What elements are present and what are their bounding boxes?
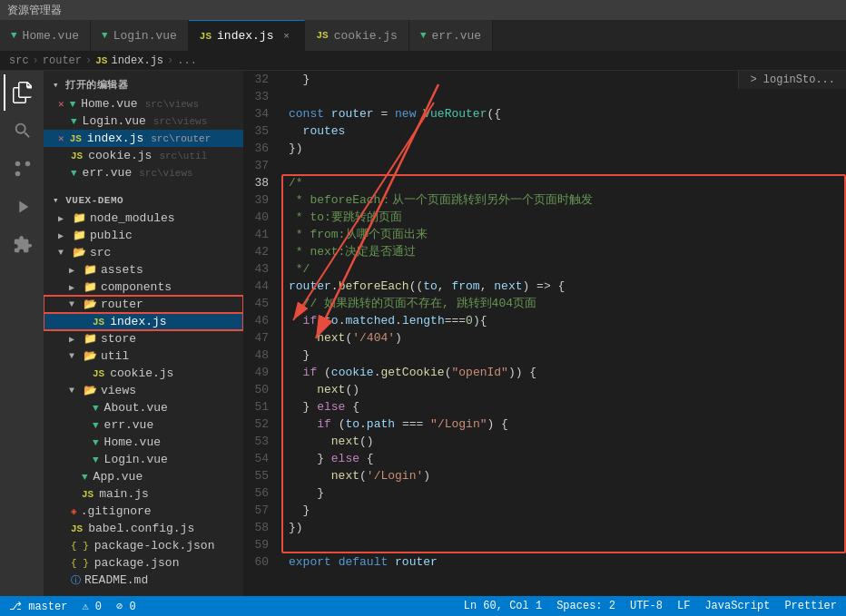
title-bar: 资源管理器 [0, 0, 846, 20]
sidebar-file-err-vue[interactable]: ▼ err.vue [44, 416, 243, 434]
breadcrumb-file[interactable]: index.js [111, 54, 163, 67]
tab-err-vue[interactable]: ▼ err.vue [409, 20, 493, 51]
debug-icon[interactable] [4, 189, 40, 225]
sidebar-file-gitignore[interactable]: ◈ .gitignore [44, 503, 243, 520]
extensions-icon[interactable] [4, 227, 40, 263]
git-branch[interactable]: ⎇ master [9, 600, 67, 613]
line-num: 47 [251, 329, 269, 347]
code-line-35: routes [289, 122, 837, 140]
sidebar-folder-src[interactable]: ▼ 📂 src [44, 244, 243, 261]
js-file-icon: JS [93, 317, 104, 328]
breadcrumb-more: ... [177, 54, 197, 67]
tab-bar: ▼ Home.vue ▼ Login.vue JS index.js × JS … [0, 20, 846, 52]
line-num: 41 [251, 226, 269, 243]
tab-close-button[interactable]: × [279, 29, 293, 44]
encoding[interactable]: UTF-8 [630, 600, 663, 612]
line-num: 56 [251, 484, 269, 502]
error-count[interactable]: ⚠ 0 [82, 600, 102, 613]
code-line-58: }) [289, 519, 837, 536]
sidebar-file-app-vue[interactable]: ▼ App.vue [44, 468, 243, 485]
line-ending[interactable]: LF [677, 600, 690, 612]
breadcrumb: src › router › JS index.js › ... [0, 52, 846, 71]
sidebar-folder-assets[interactable]: ▶ 📁 assets [44, 261, 243, 279]
sidebar-file-about-vue[interactable]: ▼ About.vue [44, 399, 243, 416]
sidebar-file-home-vue[interactable]: ▼ Home.vue [44, 434, 243, 451]
chevron-icon: ▶ [69, 265, 80, 276]
sidebar-folder-public[interactable]: ▶ 📁 public [44, 227, 243, 244]
folder-icon: 📁 [73, 229, 86, 242]
vue-icon: ▼ [420, 30, 427, 41]
close-icon[interactable]: ✕ [58, 98, 64, 110]
vue-file-icon: ▼ [70, 99, 76, 110]
sidebar-file-readme[interactable]: ⓘ README.md [44, 572, 243, 589]
sidebar-folder-components[interactable]: ▶ 📁 components [44, 279, 243, 296]
spaces[interactable]: Spaces: 2 [556, 600, 615, 612]
code-line-60: export default router [289, 553, 837, 571]
code-line-49: if (cookie.getCookie("openId")) { [289, 364, 837, 381]
editor-scroll[interactable]: > loginSto... [243, 71, 846, 596]
sidebar-folder-store[interactable]: ▶ 📁 store [44, 330, 243, 347]
js-icon: JS [200, 31, 212, 42]
sidebar-file-login-vue[interactable]: ▼ Login.vue [44, 451, 243, 468]
line-num: 58 [251, 519, 269, 536]
code-line-42: * next:决定是否通过 [289, 243, 837, 260]
tab-label: cookie.js [334, 29, 398, 43]
js-file-icon: JS [93, 368, 104, 379]
vue-file-icon: ▼ [82, 472, 88, 483]
title-bar-label: 资源管理器 [7, 3, 62, 18]
code-lines: } const router = new VueRouter({ routes … [280, 71, 846, 571]
sidebar-folder-util[interactable]: ▼ 📂 util [44, 347, 243, 365]
code-line-50: next() [289, 381, 837, 398]
code-line-55: next('/Login') [289, 467, 837, 484]
sidebar-item-err-vue[interactable]: ▼ err.vue src\views [44, 164, 243, 181]
formatter[interactable]: Prettier [784, 600, 837, 612]
cursor-position[interactable]: Ln 60, Col 1 [464, 600, 542, 612]
code-line-43: */ [289, 260, 837, 278]
explorer-icon[interactable] [4, 74, 40, 111]
tab-label: index.js [217, 29, 273, 43]
tab-login-vue[interactable]: ▼ Login.vue [91, 20, 189, 51]
sidebar-folder-views[interactable]: ▼ 📂 views [44, 382, 243, 399]
search-icon[interactable] [4, 112, 40, 149]
vue-icon: ▼ [102, 30, 108, 41]
sidebar-folder-router[interactable]: ▼ 📂 router [44, 296, 243, 313]
code-line-57: } [289, 502, 837, 519]
chevron-open-icon: ▼ [69, 386, 80, 396]
sidebar-item-index-js[interactable]: ✕ JS index.js src\router [44, 130, 243, 147]
line-num: 40 [251, 209, 269, 226]
tab-cookie-js[interactable]: JS cookie.js [305, 20, 408, 51]
sidebar-file-cookie-js[interactable]: JS cookie.js [44, 365, 243, 382]
sidebar-file-main-js[interactable]: JS main.js [44, 485, 243, 503]
line-num: 59 [251, 536, 269, 553]
sidebar-file-package-lock[interactable]: { } package-lock.json [44, 537, 243, 554]
sidebar-file-index-js[interactable]: JS index.js [44, 313, 243, 330]
right-panel-hint[interactable]: > loginSto... [738, 71, 846, 89]
warning-count[interactable]: ⊘ 0 [116, 600, 136, 613]
status-bar-right: Ln 60, Col 1 Spaces: 2 UTF-8 LF JavaScri… [464, 600, 837, 612]
sidebar-file-package-json[interactable]: { } package.json [44, 554, 243, 572]
sidebar-item-home-vue[interactable]: ✕ ▼ Home.vue src\views [44, 95, 243, 112]
sidebar-folder-node-modules[interactable]: ▶ 📁 node_modules [44, 210, 243, 227]
line-num: 42 [251, 243, 269, 260]
code-container: 32 33 34 35 36 37 38 39 40 41 42 43 [243, 71, 846, 571]
js-icon: JS [316, 30, 328, 41]
language-mode[interactable]: JavaScript [704, 600, 770, 612]
line-num: 55 [251, 467, 269, 484]
tab-home-vue[interactable]: ▼ Home.vue [0, 20, 91, 51]
breadcrumb-router[interactable]: router [43, 54, 82, 67]
chevron-icon: ▶ [69, 282, 80, 293]
code-line-52: if (to.path === "/Login") { [289, 416, 837, 433]
vue-file-icon: ▼ [71, 168, 77, 179]
sidebar-item-cookie-js[interactable]: JS cookie.js src\util [44, 147, 243, 164]
sidebar-file-babel-config[interactable]: JS babel.config.js [44, 520, 243, 537]
code-line-51: } else { [289, 398, 837, 416]
tab-index-js[interactable]: JS index.js × [189, 20, 306, 51]
close-icon[interactable]: ✕ [58, 132, 64, 144]
git-icon[interactable] [4, 151, 40, 187]
sidebar-item-login-vue[interactable]: ▼ Login.vue src\views [44, 112, 243, 130]
js-file-icon: JS [70, 133, 82, 144]
breadcrumb-js-icon: JS [95, 55, 107, 66]
breadcrumb-src[interactable]: src [9, 54, 29, 67]
line-num: 49 [251, 364, 269, 381]
line-numbers: 32 33 34 35 36 37 38 39 40 41 42 43 [243, 71, 280, 571]
